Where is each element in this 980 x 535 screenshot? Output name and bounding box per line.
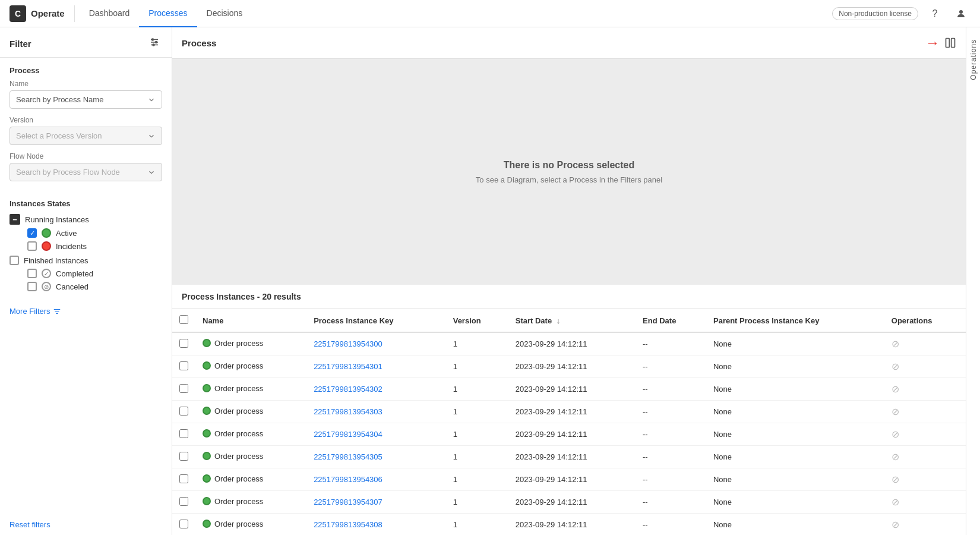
incidents-item[interactable]: Incidents	[27, 241, 162, 251]
col-start-date[interactable]: Start Date ↓	[508, 309, 636, 332]
select-all-header[interactable]	[172, 309, 195, 332]
finished-instances-checkbox[interactable]	[10, 256, 19, 265]
svg-point-6	[153, 44, 154, 46]
select-all-checkbox[interactable]	[179, 315, 188, 324]
row-checkbox-cell[interactable]	[172, 468, 195, 491]
row-checkbox[interactable]	[179, 452, 188, 461]
row-key[interactable]: 2251799813954303	[306, 401, 446, 423]
row-key[interactable]: 2251799813954304	[306, 423, 446, 446]
row-end-date: --	[636, 401, 706, 423]
arrow-indicator: →	[925, 34, 956, 51]
row-operations[interactable]: ⊘	[884, 491, 966, 514]
row-end-date: --	[636, 378, 706, 401]
user-button[interactable]	[951, 4, 970, 23]
row-checkbox-cell[interactable]	[172, 514, 195, 536]
nav-dashboard[interactable]: Dashboard	[80, 0, 140, 27]
row-checkbox-cell[interactable]	[172, 491, 195, 514]
flow-node-select[interactable]: Search by Process Flow Node	[10, 163, 162, 181]
row-end-date: --	[636, 332, 706, 355]
table-row: Order process 2251799813954306 1 2023-09…	[172, 468, 966, 491]
logo-icon: C	[10, 5, 26, 22]
reset-filters-button[interactable]: Reset filters	[0, 514, 172, 535]
nav-processes[interactable]: Processes	[139, 0, 197, 27]
running-instances-toggle[interactable]: −	[10, 214, 20, 225]
row-checkbox-cell[interactable]	[172, 332, 195, 355]
row-checkbox-cell[interactable]	[172, 446, 195, 468]
active-label: Active	[56, 229, 77, 238]
row-checkbox[interactable]	[179, 384, 188, 393]
operations-tab[interactable]: Operations	[966, 27, 980, 535]
row-checkbox[interactable]	[179, 429, 188, 438]
row-checkbox[interactable]	[179, 361, 188, 370]
row-version: 1	[446, 468, 508, 491]
svg-rect-7	[946, 39, 950, 48]
more-filters-button[interactable]: More Filters	[0, 301, 172, 322]
cancel-operation-icon[interactable]: ⊘	[892, 407, 899, 417]
row-checkbox-cell[interactable]	[172, 401, 195, 423]
active-status-dot	[42, 228, 51, 238]
sidebar-header: Filter	[0, 27, 172, 58]
cancel-operation-icon[interactable]: ⊘	[892, 384, 899, 394]
row-operations[interactable]: ⊘	[884, 378, 966, 401]
row-name-text: Order process	[214, 474, 263, 483]
cancel-operation-icon[interactable]: ⊘	[892, 474, 899, 484]
row-checkbox[interactable]	[179, 474, 188, 483]
row-status-dot	[203, 407, 211, 415]
process-name-select[interactable]: Search by Process Name	[10, 90, 162, 109]
row-operations[interactable]: ⊘	[884, 446, 966, 468]
row-parent-key: None	[706, 401, 884, 423]
row-key[interactable]: 2251799813954306	[306, 468, 446, 491]
row-checkbox[interactable]	[179, 520, 188, 528]
operations-label[interactable]: Operations	[969, 39, 978, 80]
row-checkbox-cell[interactable]	[172, 423, 195, 446]
row-version: 1	[446, 423, 508, 446]
cancel-operation-icon[interactable]: ⊘	[892, 497, 899, 507]
row-checkbox-cell[interactable]	[172, 355, 195, 378]
row-start-date: 2023-09-29 14:12:11	[508, 378, 636, 401]
row-key[interactable]: 2251799813954307	[306, 491, 446, 514]
completed-item[interactable]: ✓ Completed	[27, 269, 162, 278]
row-operations[interactable]: ⊘	[884, 401, 966, 423]
canceled-item[interactable]: ⊘ Canceled	[27, 282, 162, 291]
incidents-checkbox[interactable]	[27, 241, 37, 251]
row-checkbox[interactable]	[179, 339, 188, 348]
row-key[interactable]: 2251799813954301	[306, 355, 446, 378]
row-operations[interactable]: ⊘	[884, 514, 966, 536]
row-key[interactable]: 2251799813954305	[306, 446, 446, 468]
cancel-operation-icon[interactable]: ⊘	[892, 429, 899, 439]
running-instances-group[interactable]: − Running Instances	[10, 214, 162, 225]
row-parent-key: None	[706, 514, 884, 536]
row-checkbox[interactable]	[179, 407, 188, 416]
flow-node-label: Flow Node	[10, 152, 162, 160]
active-item[interactable]: Active	[27, 228, 162, 238]
finished-instances-group[interactable]: Finished Instances	[10, 256, 162, 265]
table-row: Order process 2251799813954308 1 2023-09…	[172, 514, 966, 536]
active-checkbox[interactable]	[27, 228, 37, 238]
row-checkbox-cell[interactable]	[172, 378, 195, 401]
row-operations[interactable]: ⊘	[884, 468, 966, 491]
row-name: Order process	[195, 332, 306, 355]
row-operations[interactable]: ⊘	[884, 423, 966, 446]
row-name-text: Order process	[214, 520, 263, 528]
help-button[interactable]: ?	[925, 4, 944, 23]
cancel-operation-icon[interactable]: ⊘	[892, 452, 899, 462]
nav-decisions[interactable]: Decisions	[197, 0, 252, 27]
row-start-date: 2023-09-29 14:12:11	[508, 468, 636, 491]
completed-checkbox[interactable]	[27, 269, 37, 278]
row-key[interactable]: 2251799813954300	[306, 332, 446, 355]
row-name-text: Order process	[214, 452, 263, 461]
row-version: 1	[446, 446, 508, 468]
row-version: 1	[446, 491, 508, 514]
canceled-checkbox[interactable]	[27, 282, 37, 291]
row-operations[interactable]: ⊘	[884, 332, 966, 355]
sidebar: Filter Process Name Search by Process Na…	[0, 27, 172, 535]
process-version-select[interactable]: Select a Process Version	[10, 127, 162, 145]
cancel-operation-icon[interactable]: ⊘	[892, 339, 899, 349]
filter-settings-button[interactable]	[147, 36, 162, 51]
row-key[interactable]: 2251799813954308	[306, 514, 446, 536]
row-operations[interactable]: ⊘	[884, 355, 966, 378]
row-key[interactable]: 2251799813954302	[306, 378, 446, 401]
row-checkbox[interactable]	[179, 497, 188, 506]
cancel-operation-icon[interactable]: ⊘	[892, 520, 899, 530]
cancel-operation-icon[interactable]: ⊘	[892, 361, 899, 372]
